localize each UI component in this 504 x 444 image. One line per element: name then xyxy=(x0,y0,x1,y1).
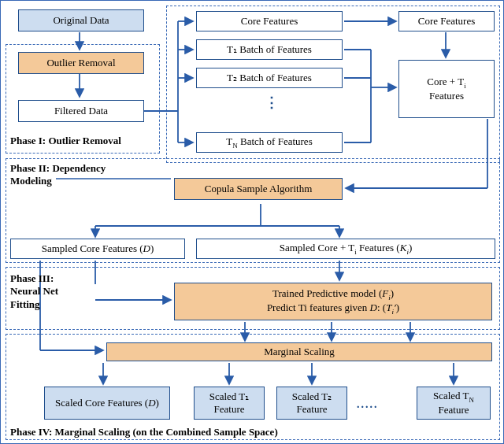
tn-batch-label: TN Batch of Features xyxy=(226,135,312,150)
scaled-t2-line1: Scaled T₂ xyxy=(292,390,332,403)
marginal-scaling-box: Marginal Scaling xyxy=(106,342,492,361)
scaled-core-label: Scaled Core Features (D) xyxy=(55,397,159,409)
sampled-core-ti-box: Sampled Core + Ti Features (Ki) xyxy=(196,239,495,259)
core-features-right-box: Core Features xyxy=(398,11,495,31)
trained-model-box: Trained Predictive model (Fi) Predict Ti… xyxy=(174,283,492,320)
original-data-box: Original Data xyxy=(18,9,144,31)
t2-batch-box: T₂ Batch of Features xyxy=(196,68,343,88)
core-features-top-label: Core Features xyxy=(241,15,298,28)
core-features-top-box: Core Features xyxy=(196,11,343,31)
t1-batch-label: T₁ Batch of Features xyxy=(227,43,312,56)
core-ti-features-label: Core + Ti Features xyxy=(427,76,465,102)
core-ti-features-box: Core + Ti Features xyxy=(398,60,495,118)
scaled-t1-box: Scaled T₁ Feature xyxy=(194,387,265,420)
vertical-dots-1: ⋮ xyxy=(265,94,280,111)
outlier-removal-box: Outlier Removal xyxy=(18,52,144,74)
phase4-label: Phase IV: Marginal Scaling (on the Combi… xyxy=(10,426,278,438)
t2-batch-label: T₂ Batch of Features xyxy=(227,72,312,84)
scaled-tn-line1: Scaled TN xyxy=(433,390,474,404)
sampled-core-ti-label: Sampled Core + Ti Features (Ki) xyxy=(280,242,412,256)
filtered-data-box: Filtered Data xyxy=(18,100,144,122)
scaled-t1-line1: Scaled T₁ xyxy=(209,390,250,403)
core-features-right-label: Core Features xyxy=(418,15,476,28)
copula-box: Copula Sample Algorithm xyxy=(174,178,343,200)
phase1-label: Phase I: Outlier Removal xyxy=(10,135,121,147)
trained-model-line1: Trained Predictive model (Fi) xyxy=(272,287,394,302)
phase3-label: Phase III: Neural Net Fitting xyxy=(10,272,97,311)
scaled-core-box: Scaled Core Features (D) xyxy=(44,387,170,420)
sampled-core-label: Sampled Core Features (D) xyxy=(42,242,154,255)
tn-batch-box: TN Batch of Features xyxy=(196,132,343,153)
scaled-t2-line2: Feature xyxy=(297,403,328,416)
scaled-tn-line2: Feature xyxy=(439,404,469,416)
sampled-core-box: Sampled Core Features (D) xyxy=(10,239,185,259)
filtered-data-label: Filtered Data xyxy=(54,105,108,117)
horizontal-dots: ..... xyxy=(357,398,379,411)
scaled-tn-box: Scaled TN Feature xyxy=(417,387,491,420)
scaled-t2-box: Scaled T₂ Feature xyxy=(276,387,347,420)
copula-label: Copula Sample Algorithm xyxy=(205,183,313,195)
phase2-label: Phase II: Dependency Modeling xyxy=(10,162,168,188)
scaled-t1-line2: Feature xyxy=(214,403,245,416)
original-data-label: Original Data xyxy=(53,14,109,27)
t1-batch-box: T₁ Batch of Features xyxy=(196,39,343,60)
outlier-removal-label: Outlier Removal xyxy=(46,57,115,69)
trained-model-line2: Predict Ti features given D: (Ti′) xyxy=(267,302,399,316)
marginal-scaling-label: Marginal Scaling xyxy=(264,346,335,358)
